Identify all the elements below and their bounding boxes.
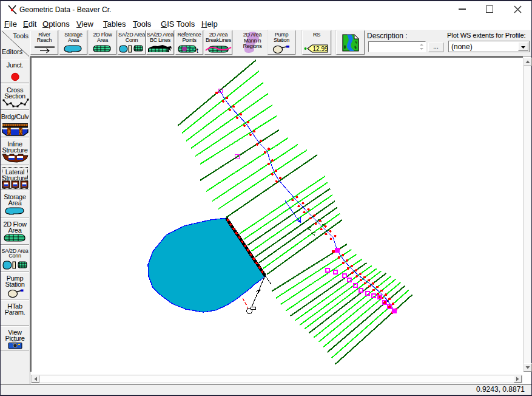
svg-text:12.99: 12.99 [313, 46, 328, 52]
svg-text:T×: T× [187, 46, 195, 53]
svg-text:t: t [197, 47, 198, 54]
